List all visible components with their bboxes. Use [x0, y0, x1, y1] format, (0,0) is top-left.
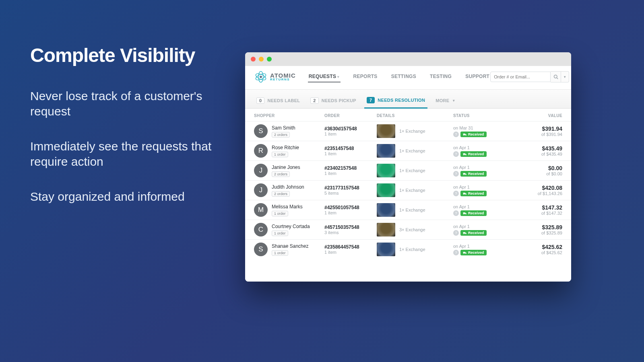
zoom-icon[interactable]	[267, 57, 272, 62]
col-status: STATUS	[453, 113, 510, 118]
value-amount: $0.00	[510, 165, 562, 171]
help-icon[interactable]: ?	[453, 132, 459, 137]
help-icon[interactable]: ?	[453, 191, 459, 196]
table-row[interactable]: S Shanae Sanchez 1 order #235864457548 1…	[245, 239, 571, 259]
product-thumb	[377, 164, 395, 177]
brand-sub: RETURNS	[270, 78, 296, 81]
svg-point-9	[466, 135, 466, 136]
svg-point-4	[260, 76, 261, 77]
col-value: VALUE	[510, 113, 562, 118]
order-number: #457150357548	[324, 224, 377, 230]
avatar: J	[254, 183, 268, 197]
item-count: 5 items	[324, 191, 377, 195]
value-sub: of $391.94	[510, 132, 562, 137]
hero-line-1: Never lose track of a customer's request	[30, 88, 223, 119]
status-badge: Received	[460, 132, 487, 137]
avatar: J	[254, 164, 268, 177]
avatar: R	[254, 144, 268, 158]
order-number: #231773157548	[324, 185, 377, 191]
detail-text: 1× Exchange	[399, 188, 425, 193]
svg-point-23	[464, 233, 464, 234]
value-amount: $435.49	[510, 145, 562, 152]
table-row[interactable]: C Courtney Cortada 1 order #457150357548…	[245, 220, 571, 239]
svg-rect-16	[463, 193, 465, 194]
table-row[interactable]: J Janine Jones 2 orders #23402157548 1 i…	[245, 160, 571, 180]
svg-point-18	[466, 194, 466, 195]
svg-rect-19	[463, 212, 465, 214]
hero-line-2: Immediately see the requests that requir…	[30, 139, 223, 170]
help-icon[interactable]: ?	[453, 250, 459, 255]
search-icon	[553, 74, 558, 79]
shopper-name: Shanae Sanchez	[272, 243, 308, 249]
brand-name: ATOMIC	[270, 73, 296, 78]
nav-support[interactable]: SUPPORT	[464, 71, 490, 82]
value-sub: of $1,143.26	[510, 191, 562, 196]
detail-text: 1× Exchange	[399, 129, 425, 134]
detail-text: 1× Exchange	[399, 168, 425, 173]
svg-point-26	[464, 253, 464, 254]
product-thumb	[377, 183, 395, 197]
minimize-icon[interactable]	[259, 57, 264, 62]
app-window: ATOMIC RETURNS REQUESTS▾ REPORTS SETTING…	[245, 52, 571, 282]
tab-needs-resolution[interactable]: 7NEEDS RESOLUTION	[364, 93, 427, 109]
table-row[interactable]: R Rose Ritchie 1 order #2351457548 1 ite…	[245, 141, 571, 160]
truck-icon	[463, 172, 467, 176]
item-count: 1 item	[324, 132, 377, 136]
item-count: 1 item	[324, 151, 377, 156]
svg-point-14	[464, 174, 464, 175]
tab-needs-label[interactable]: 0NEEDS LABEL	[254, 93, 302, 108]
status-badge: Received	[460, 250, 487, 255]
table-header: SHOPPER ORDER DETAILS STATUS VALUE	[245, 109, 571, 121]
svg-rect-25	[463, 252, 465, 253]
avatar: S	[254, 124, 268, 138]
help-icon[interactable]: ?	[453, 151, 459, 157]
detail-text: 1× Exchange	[399, 208, 425, 212]
help-icon[interactable]: ?	[453, 230, 459, 236]
product-thumb	[377, 203, 395, 217]
search-dropdown[interactable]: ▾	[561, 71, 569, 82]
tab-more[interactable]: MORE▾	[433, 94, 458, 107]
nav-reports[interactable]: REPORTS	[353, 71, 378, 82]
avatar: S	[254, 243, 268, 256]
brand-logo[interactable]: ATOMIC RETURNS	[254, 70, 296, 84]
nav-settings[interactable]: SETTINGS	[390, 71, 417, 82]
status-date: on Apr 1	[453, 244, 510, 249]
col-details: DETAILS	[377, 113, 453, 118]
search-input[interactable]	[490, 72, 551, 82]
svg-point-15	[466, 174, 466, 175]
chevron-down-icon: ▾	[337, 75, 339, 79]
item-count: 1 item	[324, 250, 377, 255]
status-badge: Received	[460, 230, 487, 236]
svg-point-24	[466, 233, 466, 234]
table-row[interactable]: M Melissa Marks 1 order #425501057548 1 …	[245, 200, 571, 220]
item-count: 1 item	[324, 171, 377, 176]
order-number: #425501057548	[324, 205, 377, 210]
order-count-pill: 1 order	[272, 250, 288, 256]
nav-testing[interactable]: TESTING	[429, 71, 452, 82]
shopper-name: Janine Jones	[272, 165, 300, 170]
order-count-pill: 1 order	[272, 211, 288, 216]
table-row[interactable]: J Judith Johnson 2 orders #231773157548 …	[245, 180, 571, 200]
shopper-name: Courtney Cortada	[272, 224, 310, 229]
table-row[interactable]: S Sam Smith 2 orders #3630d157548 1 item…	[245, 121, 571, 141]
help-icon[interactable]: ?	[453, 171, 459, 177]
tab-needs-pickup[interactable]: 2NEEDS PICKUP	[308, 93, 359, 108]
shopper-name: Rose Ritchie	[272, 145, 299, 150]
svg-point-21	[466, 214, 466, 214]
svg-rect-7	[463, 134, 465, 135]
nav-requests[interactable]: REQUESTS▾	[308, 71, 341, 82]
avatar: C	[254, 223, 268, 237]
help-icon[interactable]: ?	[453, 210, 459, 216]
value-amount: $147.32	[510, 204, 562, 211]
truck-icon	[463, 191, 467, 195]
hero-title: Complete Visibility	[30, 44, 223, 66]
product-thumb	[377, 223, 395, 237]
product-thumb	[377, 243, 395, 256]
close-icon[interactable]	[251, 57, 256, 62]
value-sub: of $435.49	[510, 152, 562, 156]
search-button[interactable]	[551, 71, 561, 82]
status-badge: Received	[460, 171, 487, 177]
chevron-down-icon: ▾	[453, 99, 455, 103]
svg-rect-10	[463, 153, 465, 155]
order-number: #235864457548	[324, 244, 377, 250]
